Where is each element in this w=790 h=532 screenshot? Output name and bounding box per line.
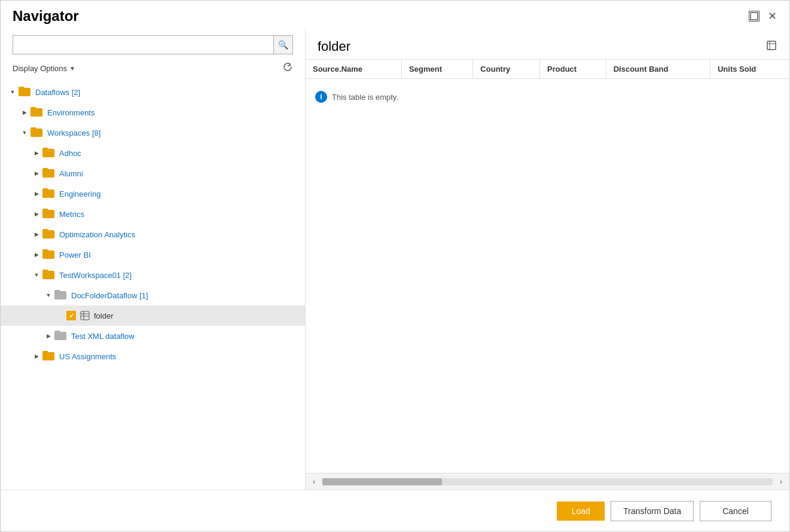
scroll-left-button[interactable]: ‹	[308, 476, 320, 488]
refresh-icon[interactable]	[282, 62, 293, 75]
expand-arrow-docfolder: ▼	[42, 289, 54, 301]
tree-label-usassignments: US Assignments	[59, 352, 300, 361]
tree-item-usassignments[interactable]: ▶ US Assignments	[1, 346, 305, 366]
title-bar: Navigator ✕	[1, 1, 789, 29]
display-options-label: Display Options	[13, 64, 67, 73]
tree-label-optimization: Optimization Analytics	[59, 230, 300, 239]
window-title: Navigator	[13, 8, 79, 25]
tree-item-workspaces[interactable]: ▼ Workspaces [8]	[1, 123, 305, 143]
cancel-button[interactable]: Cancel	[700, 501, 771, 521]
scrollbar-thumb[interactable]	[322, 478, 442, 485]
col-country: Country	[473, 60, 540, 79]
horizontal-scrollbar[interactable]: ‹ ›	[306, 473, 789, 490]
col-segment: Segment	[402, 60, 473, 79]
scroll-right-button[interactable]: ›	[775, 476, 787, 488]
tree-item-folder[interactable]: folder	[1, 305, 305, 326]
folder-icon-docfolder	[54, 289, 68, 302]
tree-label-testxml: Test XML dataflow	[71, 332, 300, 341]
expand-arrow-optimization: ▶	[30, 228, 42, 240]
bottom-bar: Load Transform Data Cancel	[1, 490, 789, 531]
svg-rect-1	[81, 311, 89, 320]
empty-message-text: This table is empty.	[332, 93, 398, 102]
tree-item-powerbi[interactable]: ▶ Power BI	[1, 244, 305, 265]
folder-icon-testworkspace	[42, 268, 56, 282]
expand-arrow-powerbi: ▶	[30, 249, 42, 261]
tree-item-environments[interactable]: ▶ Environments	[1, 102, 305, 123]
expand-arrow-workspaces: ▼	[19, 127, 30, 139]
display-options-button[interactable]: Display Options ▼	[13, 64, 75, 73]
tree-label-folder: folder	[94, 311, 300, 320]
expand-arrow-environments: ▶	[19, 106, 30, 118]
expand-arrow-testworkspace: ▼	[30, 269, 42, 281]
search-bar: 🔍	[13, 35, 293, 54]
col-discount-band: Discount Band	[606, 60, 710, 79]
tree-item-metrics[interactable]: ▶ Metrics	[1, 204, 305, 224]
preview-header: folder	[306, 29, 789, 59]
col-source-name: Source.Name	[306, 60, 402, 79]
tree-item-docfolder[interactable]: ▼ DocFolderDataflow [1]	[1, 285, 305, 305]
folder-icon-alumni	[42, 167, 56, 180]
expand-arrow-engineering: ▶	[30, 188, 42, 200]
chevron-down-icon: ▼	[69, 65, 75, 72]
load-button[interactable]: Load	[557, 502, 605, 521]
col-product: Product	[540, 60, 606, 79]
folder-icon-metrics	[42, 207, 56, 221]
preview-refresh-icon[interactable]	[765, 39, 777, 54]
folder-icon-workspaces	[30, 126, 44, 139]
expand-arrow-dataflows: ▼	[7, 86, 19, 98]
tree-label-workspaces: Workspaces [8]	[47, 129, 300, 137]
expand-arrow-adhoc: ▶	[30, 147, 42, 159]
tree-label-powerbi: Power BI	[59, 250, 300, 259]
main-content: 🔍 Display Options ▼	[1, 29, 789, 490]
window-controls: ✕	[749, 11, 777, 22]
tree-item-testxml[interactable]: ▶ Test XML dataflow	[1, 326, 305, 346]
maximize-button[interactable]	[749, 11, 760, 22]
folder-icon-engineering	[42, 187, 56, 200]
folder-icon-optimization	[42, 228, 56, 241]
display-options-bar: Display Options ▼	[1, 58, 305, 80]
table-icon	[80, 310, 90, 321]
navigator-window: Navigator ✕ 🔍 Display Options ▼	[0, 0, 790, 532]
expand-arrow-alumni: ▶	[30, 167, 42, 179]
expand-arrow-testxml: ▶	[42, 330, 54, 342]
col-units-sold: Units Sold	[710, 60, 789, 79]
search-input[interactable]	[13, 41, 273, 50]
expand-arrow-metrics: ▶	[30, 208, 42, 220]
folder-icon-testxml	[54, 329, 68, 343]
tree-item-alumni[interactable]: ▶ Alumni	[1, 163, 305, 184]
tree-item-engineering[interactable]: ▶ Engineering	[1, 184, 305, 204]
tree-item-adhoc[interactable]: ▶ Adhoc	[1, 143, 305, 163]
folder-icon-powerbi	[42, 248, 56, 261]
table-container: Source.Name Segment Country Product Disc…	[306, 59, 789, 473]
tree-item-testworkspace[interactable]: ▼ TestWorkspace01 [2]	[1, 265, 305, 285]
table-header-row: Source.Name Segment Country Product Disc…	[306, 60, 789, 79]
tree-label-adhoc: Adhoc	[59, 149, 300, 158]
tree-container: ▼ Dataflows [2] ▶ Environments ▼	[1, 80, 305, 490]
tree-label-testworkspace: TestWorkspace01 [2]	[59, 271, 300, 280]
close-button[interactable]: ✕	[767, 11, 777, 22]
tree-item-optimization[interactable]: ▶ Optimization Analytics	[1, 224, 305, 244]
scrollbar-track[interactable]	[322, 478, 773, 485]
folder-icon-environments	[30, 106, 44, 119]
tree-item-dataflows[interactable]: ▼ Dataflows [2]	[1, 82, 305, 102]
tree-label-environments: Environments	[47, 108, 300, 117]
preview-title: folder	[318, 39, 350, 54]
folder-icon-dataflows	[19, 85, 32, 99]
svg-rect-0	[751, 13, 758, 20]
empty-message: i This table is empty.	[306, 79, 789, 115]
tree-label-alumni: Alumni	[59, 169, 300, 178]
preview-table: Source.Name Segment Country Product Disc…	[306, 60, 789, 79]
tree-label-metrics: Metrics	[59, 210, 300, 219]
right-panel: folder Source.Name Segment Coun	[306, 29, 789, 490]
tree-label-docfolder: DocFolderDataflow [1]	[71, 291, 300, 300]
expand-arrow-usassignments: ▶	[30, 350, 42, 362]
transform-data-button[interactable]: Transform Data	[611, 501, 694, 521]
info-icon: i	[315, 91, 327, 103]
svg-rect-5	[767, 41, 776, 50]
folder-checkbox[interactable]	[66, 311, 76, 320]
left-panel: 🔍 Display Options ▼	[1, 29, 306, 490]
folder-icon-usassignments	[42, 350, 56, 363]
tree-label-engineering: Engineering	[59, 189, 300, 198]
search-container: 🔍	[1, 29, 305, 58]
search-button[interactable]: 🔍	[273, 36, 292, 54]
